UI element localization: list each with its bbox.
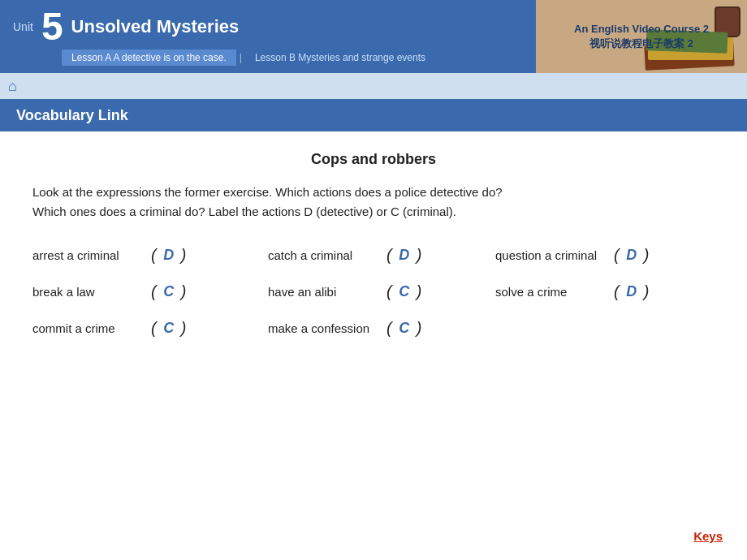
item-answer-break: C [162, 283, 176, 300]
lesson-tabs: Lesson A A detective is on the case. | L… [62, 50, 523, 66]
item-label-break: break a law [32, 285, 146, 299]
item-label-arrest: arrest a criminal [32, 248, 146, 262]
unit-row: Unit 5 Unsolved Mysteries [13, 7, 523, 46]
home-bar: ⌂ [0, 73, 747, 99]
header: Unit 5 Unsolved Mysteries Lesson A A det… [0, 0, 747, 73]
page-wrapper: Unit 5 Unsolved Mysteries Lesson A A det… [0, 0, 747, 560]
item-label-question: question a criminal [495, 248, 609, 262]
keys-link[interactable]: Keys [693, 529, 723, 543]
header-right: An English Video Course 2 视听说教程电子教案 2 [536, 0, 747, 73]
vocab-title: Vocabulary Link [16, 107, 128, 124]
item-commit: commit a crime ( C ) [32, 319, 244, 338]
item-answer-commit: C [162, 320, 176, 337]
item-label-commit: commit a crime [32, 321, 146, 335]
chinese-title: 视听说教程电子教案 2 [574, 37, 709, 51]
item-catch: catch a criminal ( D ) [268, 246, 479, 265]
item-break: break a law ( C ) [32, 282, 244, 301]
item-label-catch: catch a criminal [268, 248, 382, 262]
keys-bar: Keys [693, 529, 723, 544]
home-icon[interactable]: ⌂ [8, 78, 17, 95]
item-confession: make a confession ( C ) [268, 319, 479, 338]
lesson-tab-b[interactable]: Lesson B Mysteries and strange events [245, 50, 435, 66]
instructions-line1: Look at the expressions the former exerc… [32, 185, 503, 199]
instructions: Look at the expressions the former exerc… [32, 183, 715, 222]
item-answer-alibi: C [397, 283, 412, 300]
items-row-2: break a law ( C ) have an alibi ( C ) so… [32, 282, 715, 301]
item-label-alibi: have an alibi [268, 285, 382, 299]
instructions-line2: Which ones does a criminal do? Label the… [32, 205, 456, 218]
unit-title: Unsolved Mysteries [71, 16, 240, 37]
item-answer-solve: D [624, 283, 639, 300]
item-question: question a criminal ( D ) [495, 246, 706, 265]
course-info: An English Video Course 2 视听说教程电子教案 2 [574, 23, 709, 51]
lesson-tab-a[interactable]: Lesson A A detective is on the case. [62, 50, 236, 66]
unit-number: 5 [41, 7, 63, 46]
vocab-bar: Vocabulary Link [0, 99, 747, 131]
item-answer-confession: C [397, 320, 412, 337]
items-row-3: commit a crime ( C ) make a confession (… [32, 319, 715, 338]
course-title: An English Video Course 2 [574, 23, 709, 35]
items-grid: arrest a criminal ( D ) catch a criminal… [32, 246, 715, 338]
item-solve: solve a crime ( D ) [495, 282, 706, 301]
item-label-solve: solve a crime [495, 285, 609, 299]
main-content: Cops and robbers Look at the expressions… [0, 131, 747, 354]
item-label-confession: make a confession [268, 321, 382, 335]
unit-label: Unit [13, 20, 33, 33]
item-answer-question: D [624, 247, 639, 264]
item-answer-catch: D [397, 247, 412, 264]
item-alibi: have an alibi ( C ) [268, 282, 479, 301]
item-arrest: arrest a criminal ( D ) [32, 246, 244, 265]
item-answer-arrest: D [162, 247, 176, 264]
header-left: Unit 5 Unsolved Mysteries Lesson A A det… [0, 0, 536, 73]
exercise-title: Cops and robbers [32, 151, 715, 168]
items-row-1: arrest a criminal ( D ) catch a criminal… [32, 246, 715, 265]
